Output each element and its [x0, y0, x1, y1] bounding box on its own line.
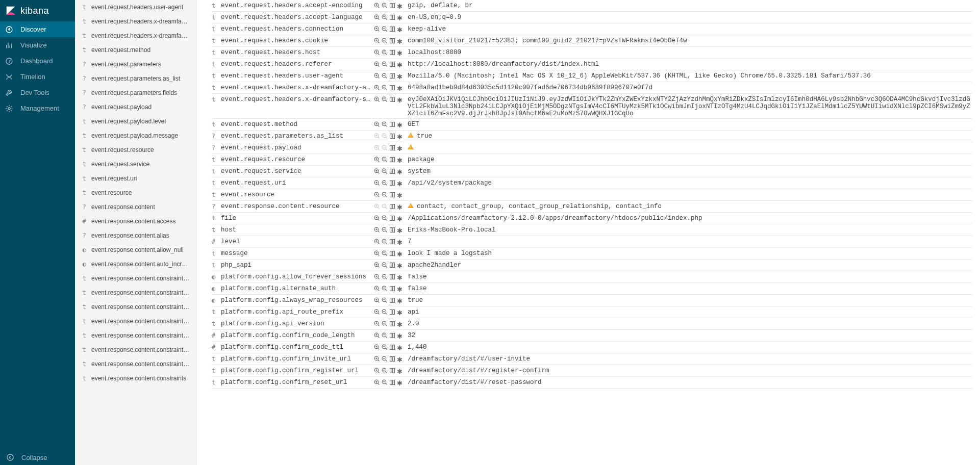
toggle-column-icon[interactable] [389, 96, 395, 104]
filter-out-value-icon[interactable] [382, 73, 388, 81]
filter-for-value-icon[interactable] [374, 26, 380, 34]
filter-exists-icon[interactable]: ✱ [397, 157, 403, 164]
field-item[interactable]: ◐event.response.content.allow_null [75, 243, 196, 257]
filter-exists-icon[interactable]: ✱ [397, 121, 403, 129]
field-item[interactable]: tevent.request.payload.message [75, 128, 196, 143]
filter-out-value-icon[interactable] [382, 332, 388, 340]
field-item[interactable]: tevent.request.resource [75, 143, 196, 157]
filter-for-value-icon[interactable] [374, 250, 380, 258]
field-item[interactable]: tevent.response.content.constraints.... [75, 357, 196, 371]
filter-for-value-icon[interactable] [374, 203, 380, 211]
filter-exists-icon[interactable]: ✱ [397, 61, 403, 69]
filter-for-value-icon[interactable] [374, 61, 380, 69]
filter-out-value-icon[interactable] [382, 203, 388, 211]
filter-out-value-icon[interactable] [382, 14, 388, 22]
filter-out-value-icon[interactable] [382, 38, 388, 45]
filter-for-value-icon[interactable] [374, 274, 380, 281]
toggle-column-icon[interactable] [389, 286, 395, 293]
toggle-column-icon[interactable] [389, 379, 395, 387]
filter-exists-icon[interactable]: ✱ [397, 49, 403, 57]
filter-exists-icon[interactable]: ✱ [397, 133, 403, 141]
field-item[interactable]: tevent.request.headers.x-dreamfact... [75, 29, 196, 43]
field-item[interactable]: ?event.request.parameters [75, 57, 196, 71]
field-item[interactable]: tevent.request.service [75, 157, 196, 171]
filter-for-value-icon[interactable] [374, 38, 380, 45]
filter-for-value-icon[interactable] [374, 239, 380, 246]
field-item[interactable]: tevent.response.content.constraints.... [75, 286, 196, 300]
filter-exists-icon[interactable]: ✱ [397, 239, 403, 246]
filter-for-value-icon[interactable] [374, 297, 380, 305]
filter-exists-icon[interactable]: ✱ [397, 321, 403, 328]
filter-out-value-icon[interactable] [382, 250, 388, 258]
filter-out-value-icon[interactable] [382, 121, 388, 129]
field-item[interactable]: tevent.response.content.constraints.... [75, 271, 196, 286]
nav-item-discover[interactable]: Discover [0, 21, 75, 37]
filter-exists-icon[interactable]: ✱ [397, 227, 403, 235]
filter-exists-icon[interactable]: ✱ [397, 379, 403, 387]
toggle-column-icon[interactable] [389, 356, 395, 364]
toggle-column-icon[interactable] [389, 73, 395, 81]
filter-exists-icon[interactable]: ✱ [397, 356, 403, 364]
field-item[interactable]: tevent.request.uri [75, 171, 196, 186]
toggle-column-icon[interactable] [389, 145, 395, 152]
filter-out-value-icon[interactable] [382, 192, 388, 199]
toggle-column-icon[interactable] [389, 121, 395, 129]
filter-exists-icon[interactable]: ✱ [397, 344, 403, 352]
filter-out-value-icon[interactable] [382, 133, 388, 141]
filter-out-value-icon[interactable] [382, 215, 388, 223]
filter-for-value-icon[interactable] [374, 356, 380, 364]
filter-out-value-icon[interactable] [382, 297, 388, 305]
filter-out-value-icon[interactable] [382, 157, 388, 164]
field-item[interactable]: ◐event.response.content.auto_incre... [75, 257, 196, 271]
toggle-column-icon[interactable] [389, 38, 395, 45]
field-item[interactable]: tevent.response.content.constraints.... [75, 328, 196, 343]
filter-exists-icon[interactable]: ✱ [397, 274, 403, 281]
toggle-column-icon[interactable] [389, 250, 395, 258]
filter-exists-icon[interactable]: ✱ [397, 180, 403, 188]
field-item[interactable]: tevent.response.content.constraints.... [75, 314, 196, 328]
filter-out-value-icon[interactable] [382, 368, 388, 375]
filter-out-value-icon[interactable] [382, 356, 388, 364]
filter-for-value-icon[interactable] [374, 192, 380, 199]
filter-for-value-icon[interactable] [374, 286, 380, 293]
filter-for-value-icon[interactable] [374, 344, 380, 352]
filter-exists-icon[interactable]: ✱ [397, 309, 403, 317]
filter-for-value-icon[interactable] [374, 215, 380, 223]
brand[interactable]: kibana [0, 0, 75, 21]
filter-for-value-icon[interactable] [374, 49, 380, 57]
nav-item-timelion[interactable]: Timelion [0, 69, 75, 85]
filter-exists-icon[interactable]: ✱ [397, 85, 403, 92]
toggle-column-icon[interactable] [389, 168, 395, 176]
toggle-column-icon[interactable] [389, 49, 395, 57]
toggle-column-icon[interactable] [389, 239, 395, 246]
field-item[interactable]: ?event.response.content [75, 200, 196, 214]
toggle-column-icon[interactable] [389, 61, 395, 69]
filter-out-value-icon[interactable] [382, 85, 388, 92]
filter-for-value-icon[interactable] [374, 121, 380, 129]
filter-exists-icon[interactable]: ✱ [397, 96, 403, 104]
toggle-column-icon[interactable] [389, 157, 395, 164]
toggle-column-icon[interactable] [389, 192, 395, 199]
field-item[interactable]: ?event.request.parameters.fields [75, 86, 196, 100]
filter-for-value-icon[interactable] [374, 332, 380, 340]
filter-out-value-icon[interactable] [382, 344, 388, 352]
toggle-column-icon[interactable] [389, 215, 395, 223]
filter-for-value-icon[interactable] [374, 227, 380, 235]
filter-exists-icon[interactable]: ✱ [397, 26, 403, 34]
toggle-column-icon[interactable] [389, 85, 395, 92]
filter-for-value-icon[interactable] [374, 262, 380, 270]
filter-exists-icon[interactable]: ✱ [397, 368, 403, 375]
filter-exists-icon[interactable]: ✱ [397, 262, 403, 270]
filter-out-value-icon[interactable] [382, 227, 388, 235]
field-item[interactable]: ?event.request.payload [75, 100, 196, 114]
filter-exists-icon[interactable]: ✱ [397, 215, 403, 223]
filter-out-value-icon[interactable] [382, 274, 388, 281]
filter-exists-icon[interactable]: ✱ [397, 203, 403, 211]
filter-for-value-icon[interactable] [374, 180, 380, 188]
filter-out-value-icon[interactable] [382, 286, 388, 293]
toggle-column-icon[interactable] [389, 262, 395, 270]
filter-exists-icon[interactable]: ✱ [397, 145, 403, 152]
nav-item-devtools[interactable]: Dev Tools [0, 85, 75, 100]
filter-exists-icon[interactable]: ✱ [397, 332, 403, 340]
filter-out-value-icon[interactable] [382, 168, 388, 176]
